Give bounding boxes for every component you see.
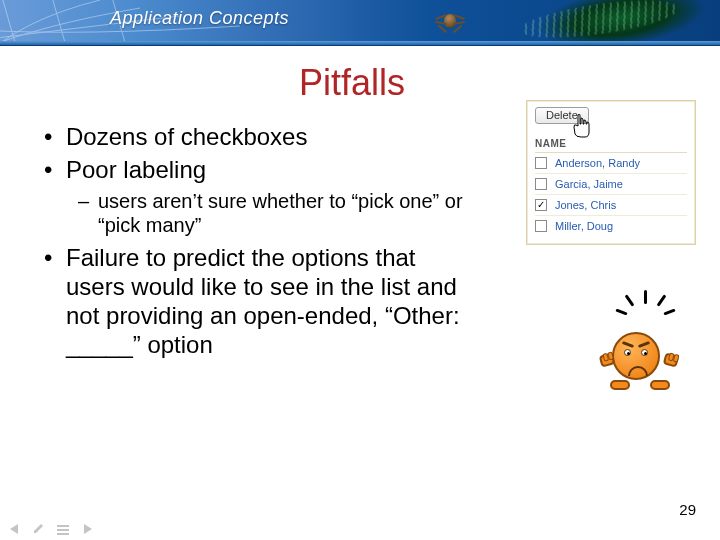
svg-rect-1 [57, 525, 69, 527]
row-name[interactable]: Garcia, Jaime [555, 178, 623, 190]
checkbox[interactable] [535, 178, 547, 190]
banner-title: Application Concepts [110, 8, 289, 29]
delete-button-label: Delete [546, 109, 578, 121]
sub-bullet-item: users aren’t sure whether to “pick one” … [78, 189, 474, 237]
bullet-item: Failure to predict the options that user… [44, 243, 474, 360]
checkbox[interactable] [535, 220, 547, 232]
nav-next-button[interactable] [78, 522, 96, 536]
table-row: Miller, Doug [535, 216, 687, 236]
bullet-text: Failure to predict the options that user… [66, 244, 460, 359]
bullet-item: Poor labeling users aren’t sure whether … [44, 155, 474, 236]
nav-prev-button[interactable] [6, 522, 24, 536]
arrow-left-icon [8, 523, 22, 535]
table-row: Anderson, Randy [535, 153, 687, 174]
banner-background [0, 0, 720, 42]
table-row: ✓ Jones, Chris [535, 195, 687, 216]
svg-marker-4 [84, 524, 92, 534]
svg-rect-3 [57, 533, 69, 535]
svg-rect-2 [57, 529, 69, 531]
slide-title: Pitfalls [14, 62, 690, 104]
checkbox[interactable] [535, 157, 547, 169]
pen-icon [32, 523, 46, 535]
bullet-item: Dozens of checkboxes [44, 122, 474, 151]
svg-marker-0 [10, 524, 18, 534]
sub-bullet-list: users aren’t sure whether to “pick one” … [78, 189, 474, 237]
page-number: 29 [679, 501, 696, 518]
sub-bullet-text: users aren’t sure whether to “pick one” … [98, 190, 463, 236]
arrow-right-icon [80, 523, 94, 535]
row-name[interactable]: Miller, Doug [555, 220, 613, 232]
menu-icon [56, 523, 70, 535]
bullet-text: Dozens of checkboxes [66, 123, 307, 150]
checkbox[interactable]: ✓ [535, 199, 547, 211]
nav-pen-button[interactable] [30, 522, 48, 536]
banner-rule [0, 41, 720, 46]
example-panel: Delete NAME Anderson, Randy Garcia, Jaim… [526, 100, 696, 245]
nav-menu-button[interactable] [54, 522, 72, 536]
bullet-text: Poor labeling [66, 156, 206, 183]
column-header-name: NAME [535, 138, 687, 153]
feather-graphic [487, 0, 712, 42]
row-name[interactable]: Anderson, Randy [555, 157, 640, 169]
bullet-list: Dozens of checkboxes Poor labeling users… [44, 122, 474, 360]
delete-button[interactable]: Delete [535, 107, 589, 124]
header-banner: Application Concepts [0, 0, 720, 42]
table-row: Garcia, Jaime [535, 174, 687, 195]
spider-graphic [435, 6, 465, 36]
angry-face-graphic [600, 298, 680, 408]
slide-nav [6, 522, 96, 536]
row-name[interactable]: Jones, Chris [555, 199, 616, 211]
